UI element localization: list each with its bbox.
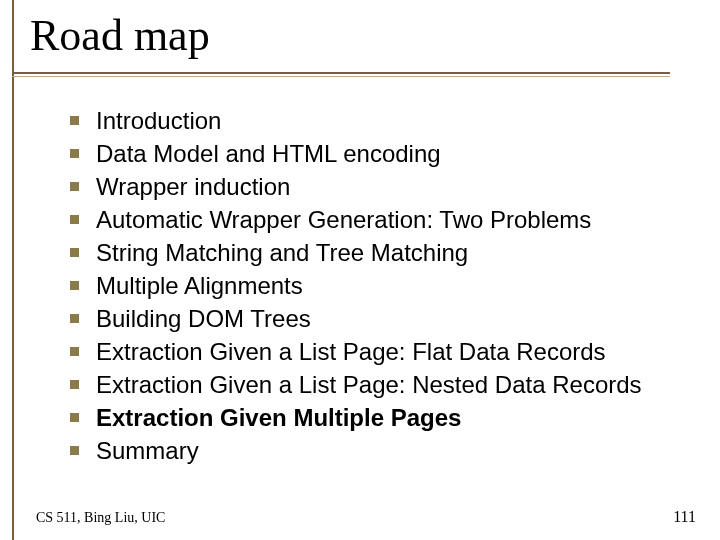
title-area: Road map bbox=[12, 10, 670, 67]
list-item: String Matching and Tree Matching bbox=[70, 236, 690, 269]
list-item: Introduction bbox=[70, 104, 690, 137]
bullet-list: Introduction Data Model and HTML encodin… bbox=[70, 104, 690, 467]
page-number: 111 bbox=[673, 508, 696, 526]
bullet-text: Summary bbox=[96, 437, 199, 464]
list-item: Automatic Wrapper Generation: Two Proble… bbox=[70, 203, 690, 236]
list-item: Extraction Given a List Page: Flat Data … bbox=[70, 335, 690, 368]
content-area: Introduction Data Model and HTML encodin… bbox=[70, 104, 690, 467]
list-item: Data Model and HTML encoding bbox=[70, 137, 690, 170]
bullet-text: Data Model and HTML encoding bbox=[96, 140, 441, 167]
bullet-text: Extraction Given a List Page: Flat Data … bbox=[96, 338, 606, 365]
bullet-text: Building DOM Trees bbox=[96, 305, 311, 332]
list-item: Building DOM Trees bbox=[70, 302, 690, 335]
bullet-icon bbox=[70, 116, 79, 125]
bullet-text: Wrapper induction bbox=[96, 173, 290, 200]
list-item: Extraction Given a List Page: Nested Dat… bbox=[70, 368, 690, 401]
rule-thin bbox=[12, 76, 670, 77]
bullet-icon bbox=[70, 380, 79, 389]
bullet-icon bbox=[70, 446, 79, 455]
slide: Road map Introduction Data Model and HTM… bbox=[0, 0, 720, 540]
list-item: Summary bbox=[70, 434, 690, 467]
rule-thick bbox=[12, 72, 670, 74]
bullet-text: Extraction Given a List Page: Nested Dat… bbox=[96, 371, 642, 398]
bullet-icon bbox=[70, 182, 79, 191]
bullet-icon bbox=[70, 281, 79, 290]
title-rule bbox=[12, 72, 670, 82]
bullet-text: Introduction bbox=[96, 107, 221, 134]
bullet-text: Extraction Given Multiple Pages bbox=[96, 404, 461, 431]
list-item: Multiple Alignments bbox=[70, 269, 690, 302]
bullet-icon bbox=[70, 314, 79, 323]
bullet-icon bbox=[70, 347, 79, 356]
bullet-text: String Matching and Tree Matching bbox=[96, 239, 468, 266]
bullet-icon bbox=[70, 149, 79, 158]
bullet-icon bbox=[70, 413, 79, 422]
bullet-text: Automatic Wrapper Generation: Two Proble… bbox=[96, 206, 591, 233]
list-item: Extraction Given Multiple Pages bbox=[70, 401, 690, 434]
footer-left: CS 511, Bing Liu, UIC bbox=[36, 510, 165, 526]
bullet-icon bbox=[70, 215, 79, 224]
bullet-text: Multiple Alignments bbox=[96, 272, 303, 299]
bullet-icon bbox=[70, 248, 79, 257]
slide-title: Road map bbox=[12, 10, 670, 67]
list-item: Wrapper induction bbox=[70, 170, 690, 203]
